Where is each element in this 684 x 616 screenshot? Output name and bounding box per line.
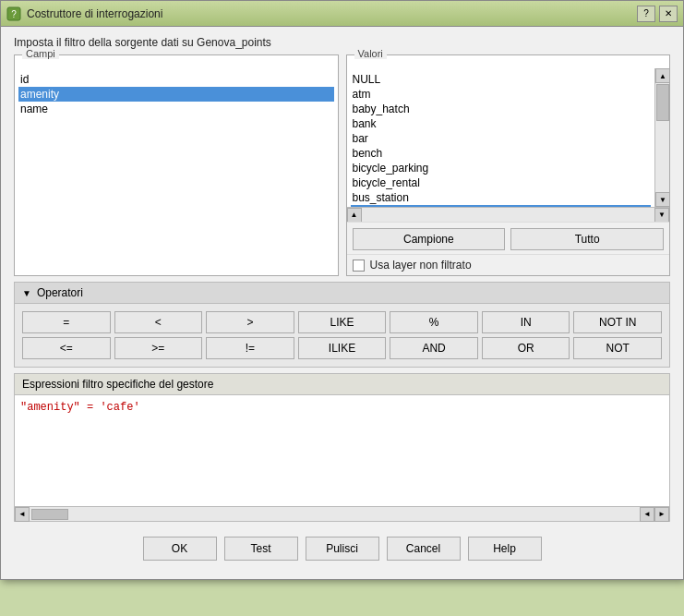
expression-textarea[interactable]: [15, 395, 669, 506]
value-item[interactable]: bench: [351, 146, 652, 161]
fields-listbox[interactable]: idamenityname: [15, 68, 338, 120]
titlebar-left: ? Costruttore di interrogazioni: [6, 6, 162, 21]
window-title: Costruttore di interrogazioni: [27, 7, 162, 20]
bottom-buttons: OK Test Pulisci Cancel Help: [14, 529, 670, 570]
operators-header[interactable]: ▼ Operatori: [15, 283, 669, 304]
all-button[interactable]: Tutto: [510, 228, 664, 250]
operator-button[interactable]: %: [390, 311, 478, 333]
values-scrollbar[interactable]: ▲ ▼: [654, 68, 669, 207]
expression-hscrollbar: ◄ ◄ ►: [15, 506, 669, 521]
values-action-buttons: Campione Tutto: [347, 222, 670, 254]
expression-header: Espressioni filtro specifiche del gestor…: [15, 374, 669, 395]
values-hscroll-right[interactable]: ▼: [654, 208, 669, 223]
main-window: ? Costruttore di interrogazioni ? ✕ Impo…: [0, 0, 684, 580]
expression-section: Espressioni filtro specifiche del gestor…: [14, 373, 670, 522]
scroll-track: [655, 83, 669, 192]
value-item[interactable]: baby_hatch: [351, 102, 652, 116]
operator-button[interactable]: LIKE: [298, 311, 387, 333]
help-button[interactable]: Help: [468, 537, 542, 561]
operators-grid: =<>LIKE%INNOT IN<=>=!=ILIKEANDORNOT: [15, 304, 669, 367]
operators-section: ▼ Operatori =<>LIKE%INNOT IN<=>=!=ILIKEA…: [14, 282, 670, 368]
operator-button[interactable]: ILIKE: [298, 337, 387, 359]
titlebar-buttons: ? ✕: [637, 6, 678, 22]
values-panel: Valori NULLatmbaby_hatchbankbarbenchbicy…: [346, 54, 671, 276]
operator-button[interactable]: <=: [22, 337, 111, 359]
hscroll-right-btn[interactable]: ►: [654, 507, 669, 522]
svg-text:?: ?: [11, 9, 17, 19]
operator-button[interactable]: NOT: [573, 337, 662, 359]
operator-button[interactable]: NOT IN: [573, 311, 662, 333]
test-button[interactable]: Test: [224, 537, 298, 561]
operator-button[interactable]: <: [114, 311, 203, 333]
values-panel-title: Valori: [354, 48, 387, 59]
value-item[interactable]: bicycle_rental: [351, 175, 652, 190]
close-button[interactable]: ✕: [659, 6, 678, 22]
field-item[interactable]: amenity: [18, 87, 334, 102]
help-titlebar-button[interactable]: ?: [637, 6, 655, 22]
field-item[interactable]: id: [18, 72, 334, 87]
value-item[interactable]: bank: [351, 116, 652, 131]
values-list-wrap: NULLatmbaby_hatchbankbarbenchbicycle_par…: [347, 68, 670, 207]
values-listbox[interactable]: NULLatmbaby_hatchbankbarbenchbicycle_par…: [347, 68, 655, 207]
field-item[interactable]: name: [18, 102, 334, 116]
value-item[interactable]: atm: [351, 87, 652, 102]
operator-button[interactable]: OR: [482, 337, 570, 359]
operator-button[interactable]: AND: [390, 337, 478, 359]
fields-panel-title: Campi: [22, 48, 59, 59]
operator-button[interactable]: >: [206, 311, 294, 333]
operator-button[interactable]: >=: [114, 337, 203, 359]
scroll-down-btn[interactable]: ▼: [655, 192, 669, 207]
hscroll-thumb[interactable]: [31, 509, 68, 520]
panels-row: Campi idamenityname Valori NULLatmbaby_h…: [14, 54, 670, 276]
hscroll-right-btns: ◄ ►: [640, 507, 669, 522]
app-icon: ?: [6, 6, 21, 21]
value-item[interactable]: NULL: [351, 72, 652, 87]
value-item[interactable]: bar: [351, 131, 652, 146]
operator-button[interactable]: =: [22, 311, 111, 333]
ok-button[interactable]: OK: [143, 537, 217, 561]
titlebar: ? Costruttore di interrogazioni ? ✕: [1, 1, 683, 27]
collapse-arrow-icon: ▼: [22, 288, 31, 298]
scroll-up-btn[interactable]: ▲: [655, 68, 669, 83]
hscroll-track: [30, 507, 640, 521]
use-layer-label: Usa layer non filtrato: [370, 259, 472, 272]
values-inner: NULLatmbaby_hatchbankbarbenchbicycle_par…: [347, 68, 670, 275]
hscroll-left-btn[interactable]: ◄: [15, 507, 30, 522]
clear-button[interactable]: Pulisci: [306, 537, 379, 561]
hscroll-left2-btn[interactable]: ◄: [640, 507, 654, 522]
fields-panel: Campi idamenityname: [14, 54, 339, 276]
expression-textarea-wrap: [15, 395, 669, 506]
scroll-thumb[interactable]: [656, 84, 669, 121]
value-item[interactable]: bus_station: [351, 190, 652, 205]
main-content: Imposta il filtro della sorgente dati su…: [1, 27, 683, 579]
values-hscroll-left[interactable]: ▲: [347, 208, 362, 223]
filter-description: Imposta il filtro della sorgente dati su…: [14, 36, 670, 49]
value-item[interactable]: bicycle_parking: [351, 161, 652, 175]
use-layer-row: Usa layer non filtrato: [347, 254, 670, 275]
sample-button[interactable]: Campione: [353, 228, 506, 250]
operator-button[interactable]: !=: [206, 337, 294, 359]
operator-button[interactable]: IN: [482, 311, 570, 333]
use-layer-checkbox[interactable]: [353, 260, 365, 272]
cancel-button[interactable]: Cancel: [387, 537, 461, 561]
operators-title: Operatori: [37, 286, 83, 299]
